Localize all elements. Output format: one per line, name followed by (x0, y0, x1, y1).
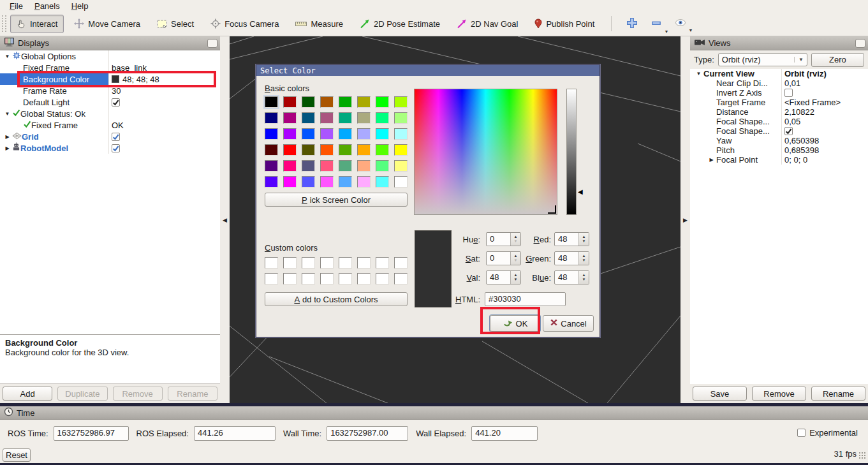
basic-color-swatch[interactable] (320, 128, 334, 140)
expander-right-icon[interactable]: ▶ (3, 134, 12, 140)
spinbox-red[interactable]: 48▲▼ (554, 232, 589, 246)
tree-row-pitch[interactable]: Pitch0,685398 (690, 145, 868, 155)
basic-color-swatch[interactable] (357, 96, 371, 108)
menu-item-file[interactable]: File (4, 1, 29, 11)
tree-value-cell[interactable]: 0; 0; 0 (781, 155, 868, 165)
tree-value-cell[interactable]: 48; 48; 48 (108, 73, 220, 85)
panel-float-button[interactable] (855, 39, 865, 48)
custom-color-swatch[interactable] (302, 257, 315, 269)
tree-value-cell[interactable]: <Fixed Frame> (781, 98, 868, 107)
basic-color-swatch[interactable] (302, 144, 315, 156)
button-zoom-out[interactable]: ▼ (646, 15, 666, 33)
expander-right-icon[interactable]: ▶ (3, 145, 12, 151)
basic-color-swatch[interactable] (339, 112, 352, 124)
hue-sat-picker[interactable] (414, 89, 557, 215)
basic-color-swatch[interactable] (376, 160, 389, 172)
basic-color-swatch[interactable] (394, 160, 408, 172)
basic-color-swatch[interactable] (302, 96, 315, 108)
tree-row-fixed-frame[interactable]: Fixed FrameOK (0, 119, 220, 131)
basic-color-swatch[interactable] (357, 160, 371, 172)
tree-value-cell[interactable] (108, 142, 220, 154)
time-field-input[interactable]: 441.26 (194, 426, 276, 441)
tree-value-cell[interactable]: 2,10822 (781, 107, 868, 117)
checkbox-unchecked[interactable] (784, 89, 793, 97)
tree-row-current-view[interactable]: ▼Current ViewOrbit (rviz) (690, 69, 868, 78)
tree-value-cell[interactable]: 0,650398 (781, 136, 868, 145)
basic-color-swatch[interactable] (357, 128, 371, 140)
checkbox-checked[interactable] (112, 98, 120, 107)
checkbox-checked[interactable] (112, 144, 120, 152)
tool-2d-nav-goal[interactable]: 2D Nav Goal (450, 14, 524, 33)
tree-value-cell[interactable]: OK (108, 119, 220, 131)
tree-value-cell[interactable] (781, 88, 868, 98)
spin-up-arrow[interactable]: ▲ (582, 273, 586, 277)
spin-up-arrow[interactable]: ▲ (582, 254, 586, 258)
reset-button[interactable]: Reset (3, 448, 31, 462)
spin-down-arrow[interactable]: ▼ (582, 239, 586, 244)
expander-down-icon[interactable]: ▼ (3, 111, 12, 117)
basic-color-swatch[interactable] (357, 176, 371, 188)
custom-color-swatch[interactable] (357, 273, 371, 284)
resize-grip[interactable] (858, 452, 867, 460)
basic-color-swatch[interactable] (283, 128, 297, 140)
ok-button[interactable]: OK (490, 315, 540, 332)
splitter-handle-left[interactable]: ◀ (220, 36, 230, 403)
basic-color-swatch[interactable] (339, 144, 352, 156)
tree-row-focal-shape-[interactable]: Focal Shape... (690, 126, 868, 136)
basic-color-swatch[interactable] (320, 112, 334, 124)
chevron-down-icon[interactable]: ▼ (664, 29, 668, 34)
basic-color-swatch[interactable] (265, 96, 278, 108)
button-zoom-in[interactable] (622, 15, 642, 33)
spinbox-blue[interactable]: 48▲▼ (554, 270, 589, 284)
custom-color-swatch[interactable] (283, 273, 297, 284)
basic-color-swatch[interactable] (376, 144, 389, 156)
expander-down-icon[interactable]: ▼ (694, 71, 703, 77)
custom-color-swatch[interactable] (357, 257, 371, 269)
render-view-3d[interactable]: Select Color Basic colors Pick Screen Co… (230, 36, 680, 403)
time-field-input[interactable]: 441.20 (471, 426, 538, 441)
expander-down-icon[interactable]: ▼ (3, 54, 12, 59)
basic-color-swatch[interactable] (320, 176, 334, 188)
basic-color-swatch[interactable] (357, 112, 371, 124)
basic-color-swatch[interactable] (302, 160, 315, 172)
chevron-down-icon[interactable]: ▼ (688, 28, 693, 33)
basic-color-swatch[interactable] (265, 144, 278, 156)
expander-right-icon[interactable]: ▶ (707, 157, 716, 163)
spin-down-arrow[interactable]: ▼ (582, 258, 586, 263)
splitter-handle-right[interactable]: ▶ (680, 36, 690, 403)
tree-row-invert-z-axis[interactable]: Invert Z Axis (690, 88, 868, 98)
tool-select[interactable]: Select (151, 15, 200, 33)
basic-color-swatch[interactable] (265, 112, 278, 124)
tree-value-cell[interactable] (108, 96, 220, 108)
custom-color-swatch[interactable] (376, 273, 389, 284)
basic-color-swatch[interactable] (302, 112, 315, 124)
basic-color-swatch[interactable] (320, 96, 334, 108)
tree-value-cell[interactable]: Orbit (rviz) (781, 69, 868, 78)
tree-row-near-clip-di-[interactable]: Near Clip Di...0,01 (690, 78, 868, 88)
custom-color-swatch[interactable] (394, 257, 408, 269)
basic-color-swatch[interactable] (283, 176, 297, 188)
tree-value-cell[interactable]: 0,685398 (781, 145, 868, 155)
basic-color-swatch[interactable] (357, 144, 371, 156)
tree-row-robotmodel[interactable]: ▶RobotModel (0, 142, 220, 154)
basic-color-swatch[interactable] (376, 128, 389, 140)
spin-down-arrow[interactable]: ▼ (582, 277, 586, 282)
tree-value-cell[interactable]: 30 (108, 85, 220, 96)
custom-color-swatch[interactable] (394, 273, 408, 284)
spin-value[interactable]: 48 (555, 271, 578, 284)
basic-color-swatch[interactable] (376, 176, 389, 188)
custom-color-swatch[interactable] (339, 273, 352, 284)
time-field-input[interactable]: 1632752987.00 (327, 426, 408, 441)
rename-button[interactable]: Rename (811, 387, 865, 401)
checkbox-checked[interactable] (784, 127, 793, 135)
cancel-button[interactable]: Cancel (543, 315, 594, 332)
tree-value-cell[interactable] (108, 131, 220, 142)
spin-value[interactable]: 48 (555, 233, 578, 246)
save-button[interactable]: Save (693, 387, 747, 401)
spin-arrows[interactable]: ▲▼ (578, 233, 589, 246)
tree-row-default-light[interactable]: Default Light (0, 96, 220, 108)
basic-color-swatch[interactable] (283, 160, 297, 172)
tree-row-global-options[interactable]: ▼Global Options (0, 50, 220, 62)
basic-color-swatch[interactable] (394, 96, 408, 108)
tree-row-background-color[interactable]: Background Color48; 48; 48 (0, 73, 220, 85)
